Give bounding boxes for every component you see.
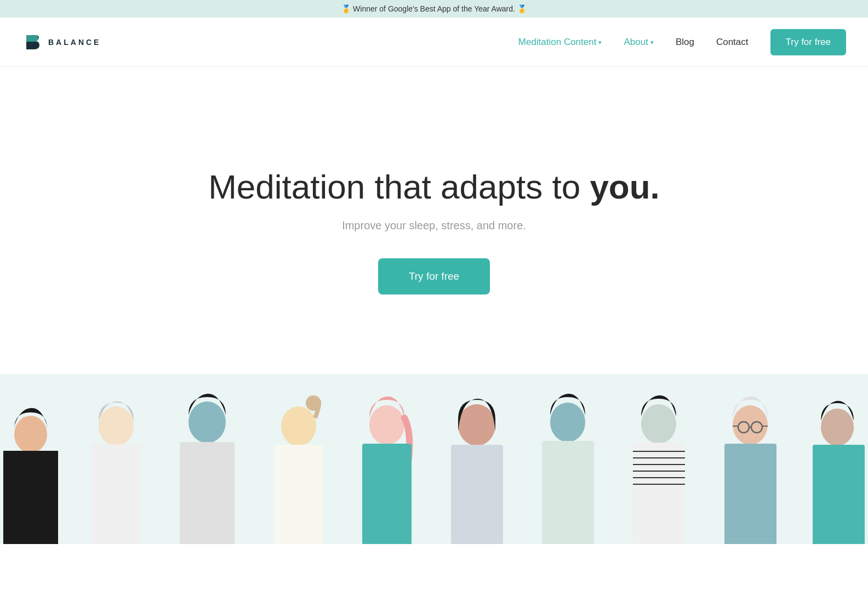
header-try-for-free-button[interactable]: Try for free: [770, 29, 847, 55]
hero-section: Meditation that adapts to you. Improve y…: [0, 67, 868, 374]
person-8: [627, 388, 690, 544]
nav-meditation-content-chevron: ▾: [598, 39, 602, 46]
nav-about-label: About: [624, 37, 648, 48]
logo[interactable]: BALANCE: [22, 32, 101, 53]
svg-rect-4: [92, 444, 141, 544]
svg-point-8: [281, 406, 316, 446]
hero-title-part1: Meditation that adapts to: [208, 168, 590, 206]
person-9: [719, 388, 782, 544]
svg-rect-9: [274, 445, 323, 544]
logo-text: BALANCE: [48, 38, 101, 47]
person-6: [446, 388, 509, 544]
svg-point-5: [189, 401, 226, 443]
nav-blog-label: Blog: [676, 37, 694, 48]
svg-point-12: [458, 404, 495, 446]
nav-blog[interactable]: Blog: [676, 37, 694, 48]
svg-rect-32: [813, 445, 865, 544]
hero-title-bold: you.: [590, 168, 659, 206]
svg-point-0: [14, 416, 47, 453]
svg-rect-30: [724, 444, 776, 544]
person-7: [536, 385, 599, 544]
svg-rect-11: [362, 444, 412, 544]
svg-point-14: [550, 403, 585, 442]
svg-point-3: [99, 406, 134, 446]
main-nav: Meditation Content ▾ About ▾ Blog Contac…: [518, 29, 846, 55]
svg-point-16: [641, 404, 676, 444]
svg-rect-2: [3, 451, 58, 544]
svg-rect-15: [542, 441, 594, 544]
person-2: [86, 390, 146, 544]
logo-icon: [22, 32, 43, 53]
illustration-strip: [0, 374, 868, 544]
person-5: [357, 388, 417, 544]
nav-meditation-content-label: Meditation Content: [518, 37, 597, 48]
header: BALANCE Meditation Content ▾ About ▾ Blo…: [0, 18, 868, 67]
nav-meditation-content[interactable]: Meditation Content ▾: [518, 37, 602, 48]
person-4: [269, 388, 329, 544]
banner-text: 🥇 Winner of Google's Best App of the Yea…: [341, 4, 527, 13]
announcement-banner: 🥇 Winner of Google's Best App of the Yea…: [0, 0, 868, 18]
nav-contact-label: Contact: [716, 37, 749, 48]
person-3: [174, 385, 240, 544]
people-row: [0, 385, 868, 544]
svg-rect-13: [451, 445, 503, 544]
svg-point-10: [369, 405, 404, 445]
nav-about-chevron: ▾: [650, 39, 654, 46]
person-1: [3, 401, 58, 544]
hero-title: Meditation that adapts to you.: [208, 168, 660, 206]
nav-about[interactable]: About ▾: [624, 37, 653, 48]
hero-subtitle: Improve your sleep, stress, and more.: [342, 219, 526, 232]
svg-rect-6: [180, 442, 235, 544]
nav-contact[interactable]: Contact: [716, 37, 749, 48]
hero-try-for-free-button[interactable]: Try for free: [378, 258, 490, 294]
svg-point-31: [821, 409, 854, 446]
person-10: [810, 393, 865, 544]
